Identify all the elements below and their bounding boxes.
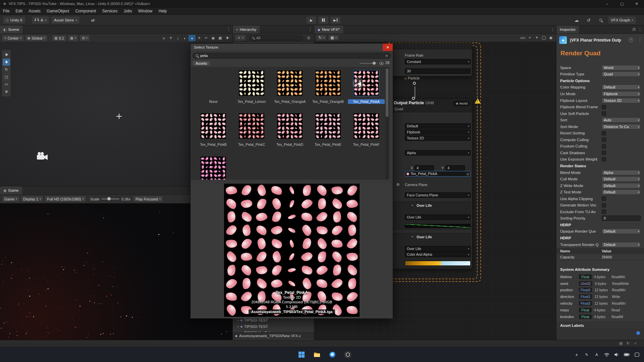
property-dropdown[interactable]: Default	[602, 189, 641, 195]
move-tool-button[interactable]: ✚	[3, 59, 10, 66]
size-mode-dropdown[interactable]: Over Life	[405, 215, 471, 220]
texture-item[interactable]: Tex_Petal_PinkD	[271, 113, 309, 148]
flipbook-y-field[interactable]: 4	[445, 165, 465, 171]
gizmos-dropdown-icon[interactable]: ✚	[224, 35, 231, 41]
rate-value-field[interactable]: 30	[405, 68, 471, 74]
lock-icon[interactable]	[633, 29, 635, 31]
texture-item[interactable]: Tex_Petal_Lemon	[232, 70, 271, 105]
debug-icon[interactable]: ☀	[533, 35, 540, 41]
refresh-status-icon[interactable]: ↻	[627, 341, 630, 346]
scrollbar[interactable]	[385, 67, 389, 180]
tab-hierarchy[interactable]: ≡ Hierarchy	[233, 25, 260, 34]
scene-visibility-icon[interactable]: ✳	[196, 35, 203, 41]
property-dropdown[interactable]: Texture 2D	[602, 98, 641, 103]
property-dropdown[interactable]: Default	[602, 229, 641, 234]
property-dropdown[interactable]: Quad	[602, 71, 641, 77]
preview-splitter[interactable]	[191, 180, 393, 184]
menu-jobs[interactable]: Jobs	[120, 7, 135, 15]
cloud-icon[interactable]: ☁	[572, 17, 581, 23]
color-channels-dropdown[interactable]: Color And Alpha	[405, 252, 471, 257]
object-picker-icon[interactable]: ⊙	[467, 172, 469, 177]
version-control-icon[interactable]: ⇄	[89, 17, 97, 23]
layout-dropdown[interactable]: ▦▾	[328, 35, 339, 41]
asset-store-button[interactable]: Asset Store ▾	[51, 16, 80, 24]
property-field[interactable]: 0	[602, 216, 641, 221]
add-label-button[interactable]	[636, 331, 640, 335]
browser-button[interactable]	[326, 348, 339, 361]
transform-tool-button[interactable]: ⊕	[3, 88, 10, 95]
scale-tool-button[interactable]: ◳	[3, 73, 10, 80]
property-dropdown[interactable]: Default	[602, 176, 641, 182]
panel-menu-icon[interactable]: ⋮	[227, 27, 231, 32]
texture-item-selected[interactable]: Tex_Petal_PinkA	[347, 70, 385, 105]
menu-services[interactable]: Services	[99, 7, 120, 15]
scrollbar-thumb[interactable]	[386, 68, 388, 117]
tab-new-vfx[interactable]: ◆ New VFX*	[314, 25, 343, 34]
property-checkbox[interactable]	[602, 157, 606, 162]
uv-mode-dropdown[interactable]: Flipbook	[405, 129, 471, 135]
chevron-down-icon[interactable]: ▾	[412, 204, 413, 207]
play-focused-dropdown[interactable]: Play Focused▾	[133, 196, 163, 202]
property-checkbox[interactable]	[602, 131, 606, 135]
search-icon[interactable]	[596, 17, 605, 23]
menu-edit[interactable]: Edit	[12, 7, 25, 15]
volume-icon[interactable]	[612, 350, 621, 360]
asset-labels-header[interactable]: Asset Labels	[556, 322, 644, 328]
tab-game[interactable]: ▣ Game	[0, 186, 22, 194]
compile-dropdown[interactable]: ↻▾	[316, 35, 327, 41]
chevron-down-icon[interactable]: ▾	[412, 235, 413, 238]
texture-item[interactable]: None	[194, 70, 232, 105]
dialog-title-bar[interactable]: Select Texture ✕	[191, 44, 393, 51]
menu-gameobject[interactable]: GameObject	[44, 7, 72, 15]
property-checkbox[interactable]	[602, 203, 606, 207]
texture-item[interactable]: Tex_Petal_PinkE	[309, 113, 347, 148]
tray-expand-icon[interactable]: ∧	[572, 350, 581, 360]
component-menu-icon[interactable]: ⋮	[638, 38, 642, 42]
create-object-dropdown[interactable]: ＋▾	[235, 35, 246, 41]
dialog-close-button[interactable]: ✕	[383, 44, 393, 51]
tab-assets[interactable]: Assets	[192, 60, 211, 66]
node-input-port[interactable]	[412, 97, 415, 100]
property-dropdown[interactable]: Auto	[602, 117, 641, 123]
notification-center-icon[interactable]	[633, 350, 641, 360]
menu-file[interactable]: File	[0, 7, 12, 15]
menu-component[interactable]: Component	[72, 7, 99, 15]
output-particle-node[interactable]: Output ParticleUnlit ⊕World Quad Default…	[390, 99, 472, 269]
rate-mode-dropdown[interactable]: Constant	[405, 59, 471, 64]
blackboard-icon[interactable]: ◯	[540, 35, 547, 41]
property-dropdown[interactable]: Distance To Ca	[602, 124, 641, 129]
panel-menu-icon[interactable]: ⋮	[638, 27, 642, 32]
play-button[interactable]: ▶	[306, 16, 317, 24]
texture-item[interactable]: Tex_Petal_PinkB	[194, 113, 232, 148]
pause-button[interactable]	[318, 16, 329, 24]
property-checkbox[interactable]	[602, 111, 606, 116]
lighting-toggle-icon[interactable]: ☀	[167, 35, 174, 41]
cutting-tool-icon[interactable]: ✂	[203, 35, 210, 41]
property-checkbox[interactable]	[602, 137, 606, 142]
rotate-tool-button[interactable]: ↻	[3, 66, 10, 73]
tab-scene[interactable]: ◧ Scene	[0, 25, 22, 34]
account-button[interactable]: A ▾	[32, 16, 49, 24]
menu-help[interactable]: Help	[156, 7, 170, 15]
unity-version-button[interactable]: ◇ Unity 6	[3, 16, 25, 24]
draw-mode-icon[interactable]: ≡	[160, 35, 167, 41]
property-checkbox[interactable]	[602, 105, 606, 109]
close-button[interactable]: ✕	[629, 0, 644, 7]
texture-item[interactable]: Tex_Petal_OrangeA	[271, 70, 309, 105]
move-gizmo[interactable]	[116, 114, 122, 119]
menu-window[interactable]: Window	[135, 7, 156, 15]
asset-path-status-bar[interactable]: ◆ Assets/ayatoweb_TIPS03/New VFX.v	[233, 332, 314, 339]
texture-item[interactable]: Tex_Petal_PinkC	[232, 113, 271, 148]
property-checkbox[interactable]	[602, 196, 606, 201]
effects-toggle-icon[interactable]: ●	[189, 35, 196, 41]
orientation-dropdown[interactable]: ◉Global▾	[25, 35, 48, 41]
thumbnail-size-slider[interactable]	[360, 63, 376, 64]
texture-object-field[interactable]: Tex_Petal_PinkA ⊙	[405, 171, 471, 177]
start-button[interactable]	[295, 348, 308, 361]
property-dropdown[interactable]: Default	[602, 84, 641, 90]
step-button[interactable]: ▶	[330, 16, 341, 24]
property-dropdown[interactable]: Alpha	[602, 170, 641, 175]
panel-menu-icon[interactable]: ⋮	[550, 27, 554, 32]
view-tool-button[interactable]: ✱	[3, 51, 10, 58]
tab-inspector[interactable]: Inspector	[556, 25, 579, 34]
